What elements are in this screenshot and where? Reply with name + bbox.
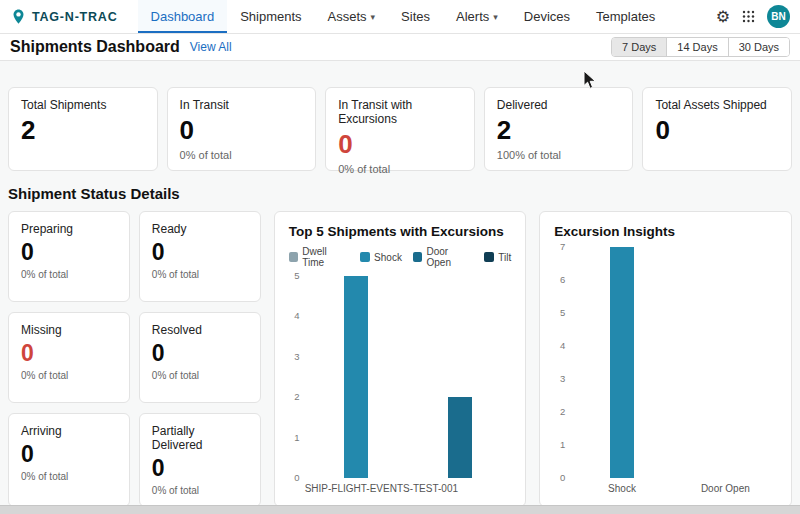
bar-slot: [408, 276, 511, 478]
card-label: Total Assets Shipped: [655, 98, 779, 112]
summary-card-delivered: Delivered 2 100% of total: [484, 87, 634, 171]
card-sub: 0% of total: [21, 269, 117, 280]
location-pin-icon: [10, 8, 27, 25]
chart-body: 76543210: [554, 247, 777, 478]
range-button-14-days[interactable]: 14 Days: [666, 38, 727, 56]
top-shipments-chart: 543210 SHIP-FLIGHT-EVENTS-TEST-001: [289, 276, 512, 494]
summary-card-in-transit-excursions: In Transit with Excursions 0 0% of total: [325, 87, 475, 171]
chart-title: Excursion Insights: [554, 224, 777, 239]
bar-door-open: [448, 397, 472, 478]
card-label: Missing: [21, 323, 117, 337]
legend-item-door-open[interactable]: Door Open: [413, 246, 473, 268]
card-value: 0: [180, 116, 304, 145]
legend-item-tilt[interactable]: Tilt: [484, 252, 511, 263]
summary-card-total-assets-shipped: Total Assets Shipped 0: [642, 87, 792, 171]
nav-item-label: Dashboard: [151, 9, 215, 24]
bar-shock: [344, 276, 368, 478]
card-sub: 0% of total: [180, 149, 304, 161]
card-sub: 0% of total: [338, 163, 462, 175]
status-card-resolved: Resolved 0 0% of total: [139, 312, 261, 403]
nav-item-label: Assets: [328, 9, 367, 24]
bar-slot: [674, 247, 777, 478]
card-label: Ready: [152, 222, 248, 236]
nav-item-alerts[interactable]: Alerts ▾: [443, 0, 511, 33]
card-sub: 0% of total: [152, 370, 248, 381]
status-card-ready: Ready 0 0% of total: [139, 211, 261, 302]
chevron-down-icon: ▾: [493, 12, 498, 22]
card-sub: 0% of total: [152, 269, 248, 280]
legend-label: Tilt: [498, 252, 511, 263]
nav-item-dashboard[interactable]: Dashboard: [138, 0, 228, 33]
excursion-insights-panel: Excursion Insights 76543210 ShockDoor Op…: [539, 211, 792, 507]
nav-item-devices[interactable]: Devices: [511, 0, 583, 33]
status-cards-grid: Preparing 0 0% of total Ready 0 0% of to…: [8, 211, 261, 507]
chart-legend: Dwell TimeShockDoor OpenTilt: [289, 246, 512, 268]
brand-logo[interactable]: TAG-N-TRAC: [10, 0, 118, 33]
excursion-insights-chart: 76543210 ShockDoor Open: [554, 247, 777, 494]
page-header: Shipments Dashboard View All 7 Days 14 D…: [0, 34, 800, 61]
plot-area: [305, 276, 512, 478]
dashboard-content: Total Shipments 2 In Transit 0 0% of tot…: [0, 87, 800, 507]
lower-section: Preparing 0 0% of total Ready 0 0% of to…: [8, 211, 792, 507]
card-label: Arriving: [21, 424, 117, 438]
top-nav: TAG-N-TRAC Dashboard Shipments Assets ▾ …: [0, 0, 800, 34]
y-axis-labels: 76543210: [554, 247, 570, 478]
nav-item-assets[interactable]: Assets ▾: [315, 0, 389, 33]
card-sub: 0% of total: [21, 471, 117, 482]
top-shipments-panel: Top 5 Shipments with Excursions Dwell Ti…: [274, 211, 527, 507]
card-label: Total Shipments: [21, 98, 145, 112]
card-label: Delivered: [497, 98, 621, 112]
summary-card-in-transit: In Transit 0 0% of total: [167, 87, 317, 171]
card-label: Preparing: [21, 222, 117, 236]
page-title: Shipments Dashboard: [10, 38, 180, 56]
horizontal-scrollbar[interactable]: [0, 505, 800, 514]
view-all-link[interactable]: View All: [190, 40, 232, 54]
nav-item-sites[interactable]: Sites: [388, 0, 443, 33]
gear-icon[interactable]: ⚙: [716, 9, 730, 25]
nav-item-label: Sites: [401, 9, 430, 24]
x-tick-label: Door Open: [674, 483, 777, 494]
card-value: 0: [152, 456, 248, 481]
x-axis-labels: ShockDoor Open: [570, 483, 777, 494]
date-range-toggle: 7 Days 14 Days 30 Days: [611, 37, 790, 57]
nav-item-label: Templates: [596, 9, 655, 24]
nav-item-label: Alerts: [456, 9, 489, 24]
chevron-down-icon: ▾: [371, 12, 376, 22]
card-value: 0: [21, 240, 117, 265]
nav-item-label: Devices: [524, 9, 570, 24]
x-tick-label: Shock: [570, 483, 673, 494]
card-value: 0: [338, 130, 462, 159]
legend-color-chip: [289, 252, 299, 262]
nav-right-actions: ⚙ BN: [716, 0, 790, 33]
card-sub: 100% of total: [497, 149, 621, 161]
card-value: 2: [497, 116, 621, 145]
brand-name: TAG-N-TRAC: [32, 10, 118, 24]
card-label: In Transit with Excursions: [338, 98, 462, 126]
status-card-partially-delivered: Partially Delivered 0 0% of total: [139, 413, 261, 507]
card-label: Partially Delivered: [152, 424, 248, 452]
card-value: 2: [21, 116, 145, 145]
chart-title: Top 5 Shipments with Excursions: [289, 224, 512, 239]
section-title-shipment-status: Shipment Status Details: [8, 185, 792, 202]
bar-slot: [305, 276, 408, 478]
card-label: Resolved: [152, 323, 248, 337]
range-button-7-days[interactable]: 7 Days: [612, 38, 666, 56]
apps-grid-icon[interactable]: [742, 10, 755, 23]
legend-item-dwell-time[interactable]: Dwell Time: [289, 246, 349, 268]
card-sub: 0% of total: [152, 485, 248, 496]
user-avatar[interactable]: BN: [767, 5, 790, 28]
nav-item-shipments[interactable]: Shipments: [227, 0, 314, 33]
legend-label: Door Open: [426, 246, 473, 268]
range-button-30-days[interactable]: 30 Days: [728, 38, 789, 56]
card-value: 0: [21, 442, 117, 467]
y-axis-labels: 543210: [289, 276, 305, 478]
x-axis-labels: SHIP-FLIGHT-EVENTS-TEST-001: [305, 483, 512, 494]
legend-label: Dwell Time: [302, 246, 349, 268]
legend-item-shock[interactable]: Shock: [360, 252, 402, 263]
summary-cards-row: Total Shipments 2 In Transit 0 0% of tot…: [8, 87, 792, 171]
chart-body: 543210: [289, 276, 512, 478]
plot-area: [570, 247, 777, 478]
card-value: 0: [152, 240, 248, 265]
nav-item-templates[interactable]: Templates: [583, 0, 668, 33]
legend-color-chip: [484, 252, 494, 262]
